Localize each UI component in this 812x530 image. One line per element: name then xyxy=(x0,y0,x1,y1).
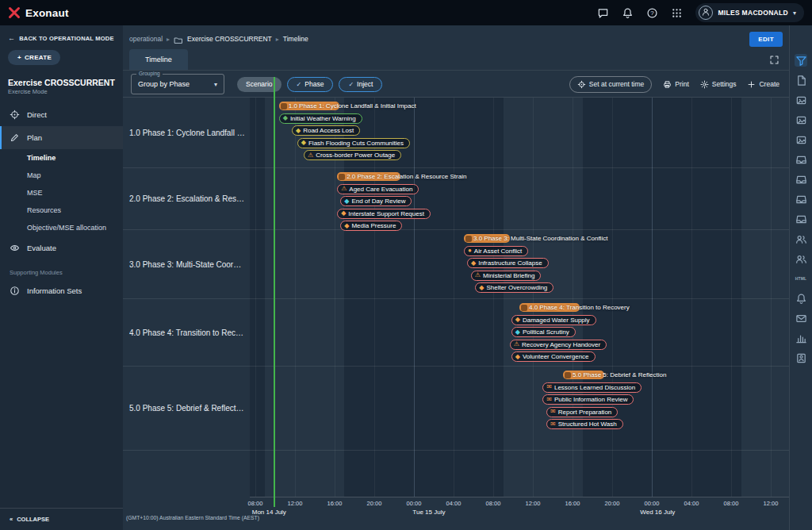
settings-button[interactable]: Settings xyxy=(700,80,737,89)
inject-label: Initial Weather Warning xyxy=(290,115,356,122)
tray-icon[interactable] xyxy=(795,173,807,186)
inject-chip[interactable]: ◆End of Day Review xyxy=(340,196,412,206)
row-label: 5.0 Phase 5: Debrief & Reflection xyxy=(123,367,250,450)
create-button[interactable]: + CREATE xyxy=(8,50,60,65)
inject-line: ⚠Ministerial Briefing xyxy=(250,270,789,282)
image-icon[interactable] xyxy=(795,113,807,126)
sidebar-item-label: Resources xyxy=(27,206,61,214)
inject-line: ◆Interstate Support Request xyxy=(250,208,789,221)
sidebar-item-resources[interactable]: Resources xyxy=(0,202,123,219)
edit-button[interactable]: EDIT xyxy=(749,32,783,47)
sidebar-item-plan[interactable]: Plan xyxy=(0,126,123,149)
button-label: Print xyxy=(675,80,688,88)
printer-icon xyxy=(663,80,672,89)
bell-icon[interactable] xyxy=(795,292,807,305)
mail-icon[interactable] xyxy=(795,312,807,325)
breadcrumb: operational ▸ Exercise CROSSCURRENT ▸ Ti… xyxy=(123,30,789,48)
inject-chip[interactable]: ◆Initial Weather Warning xyxy=(279,113,362,124)
inject-chip[interactable]: ⚠Cross-border Power Outage xyxy=(304,150,401,160)
phase-bar-label: 5.0 Phase 5: Debrief & Reflection xyxy=(573,371,666,378)
inject-label: Ministerial Briefing xyxy=(483,272,534,279)
inject-label: Political Scrutiny xyxy=(523,328,569,336)
right-rail: HTML xyxy=(789,25,812,530)
set-at-current-time-button[interactable]: Set at current time xyxy=(569,76,652,93)
inject-chip[interactable]: ✉Lessons Learned Discussion xyxy=(542,382,642,393)
timeline-row: 2.0 Phase 2: Escalation & Resource Strai… xyxy=(123,168,789,230)
inject-chip[interactable]: ◆Interstate Support Request xyxy=(337,209,431,219)
sidebar-item-evaluate[interactable]: Evaluate xyxy=(0,236,123,259)
main-content: operational ▸ Exercise CROSSCURRENT ▸ Ti… xyxy=(123,25,789,530)
sidebar-item-objective-mse-allocation[interactable]: Objective/MSE allocation xyxy=(0,219,123,236)
sidebar-item-mse[interactable]: MSE xyxy=(0,184,123,202)
inject-chip[interactable]: ⚠Aged Care Evacuation xyxy=(337,184,419,194)
breadcrumb-root[interactable]: operational xyxy=(129,35,163,43)
inject-chip[interactable]: ✉Report Preparation xyxy=(546,407,618,417)
chevron-down-icon: ▾ xyxy=(793,10,796,17)
inject-chip[interactable]: ◆Damaged Water Supply xyxy=(511,315,596,325)
chart-icon[interactable] xyxy=(795,332,807,344)
sidebar-item-map[interactable]: Map xyxy=(0,167,123,184)
tick-label: 08:00 xyxy=(486,500,501,507)
inject-label: Volunteer Convergence xyxy=(523,353,589,360)
user-menu[interactable]: MILES MACDONALD ▾ xyxy=(695,3,804,22)
tray-icon[interactable] xyxy=(795,153,807,166)
day-labels: Mon 14 JulyTue 15 JulyWed 16 July xyxy=(250,508,789,518)
sidebar-item-information-sets[interactable]: Information Sets xyxy=(0,279,123,302)
funnel-icon[interactable] xyxy=(795,54,807,67)
sidebar-item-direct[interactable]: Direct xyxy=(0,103,123,126)
inject-line: ◆Shelter Overcrowding xyxy=(250,282,789,294)
inject-chip[interactable]: ◆Volunteer Convergence xyxy=(511,351,596,362)
inject-chip[interactable]: ◆Shelter Overcrowding xyxy=(475,282,553,293)
inject-line: ⚠Aged Care Evacuation xyxy=(250,183,789,196)
create-button[interactable]: Create xyxy=(747,80,779,89)
help-icon[interactable]: ? xyxy=(646,7,658,19)
check-icon: ✓ xyxy=(348,81,354,88)
apps-icon[interactable] xyxy=(671,7,683,19)
tray-icon[interactable] xyxy=(795,213,807,225)
collapse-button[interactable]: « COLLAPSE xyxy=(0,508,123,530)
row-label: 4.0 Phase 4: Transition to Recovery xyxy=(123,299,250,366)
chip-phase[interactable]: ✓Phase xyxy=(287,77,334,92)
inject-chip[interactable]: ◆Road Access Lost xyxy=(292,125,360,136)
current-time-line xyxy=(274,77,275,507)
inject-chip[interactable]: ●Air Asset Conflict xyxy=(464,246,528,256)
html-icon[interactable]: HTML xyxy=(795,272,807,285)
inject-chip[interactable]: ⚠Ministerial Briefing xyxy=(471,271,542,281)
phase-icon xyxy=(339,174,345,180)
inject-label: Report Preparation xyxy=(558,409,612,416)
grouping-select[interactable]: Grouping Group by Phase ▾ xyxy=(131,74,224,94)
inject-chip[interactable]: ✉Public Information Review xyxy=(542,394,634,405)
image-icon[interactable] xyxy=(795,133,807,146)
chip-inject[interactable]: ✓Inject xyxy=(339,77,382,92)
inject-chip[interactable]: ◆Political Scrutiny xyxy=(511,327,576,337)
tray-icon[interactable] xyxy=(795,193,807,205)
phase-icon xyxy=(465,236,472,242)
chat-icon[interactable] xyxy=(597,7,609,19)
inject-chip[interactable]: ◆Infrastructure Collapse xyxy=(467,258,549,268)
sidebar-item-timeline[interactable]: Timeline xyxy=(0,149,123,167)
tab-timeline[interactable]: Timeline xyxy=(129,49,188,70)
back-to-operational-mode-link[interactable]: ← BACK TO OPERATIONAL MODE xyxy=(0,25,123,48)
breadcrumb-exercise[interactable]: Exercise CROSSCURRENT xyxy=(187,35,272,43)
toolbar-actions: Set at current timePrintSettingsCreate xyxy=(569,76,781,93)
phase-line: 2.0 Phase 2: Escalation & Resource Strai… xyxy=(250,171,789,183)
envelope-icon: ✉ xyxy=(546,384,552,390)
bell-icon[interactable] xyxy=(622,7,634,19)
inject-line: ⚠Cross-border Power Outage xyxy=(250,149,789,162)
back-arrow-icon: ← xyxy=(8,34,15,42)
inject-chip[interactable]: ◆Flash Flooding Cuts Communities xyxy=(297,138,410,148)
inject-chip[interactable]: ⚠Recovery Agency Handover xyxy=(510,340,607,350)
badge-icon[interactable] xyxy=(795,351,807,364)
diamond-icon: ◆ xyxy=(301,140,306,146)
print-button[interactable]: Print xyxy=(663,80,688,89)
image-icon[interactable] xyxy=(795,94,807,106)
inject-chip[interactable]: ✉Structured Hot Wash xyxy=(546,419,623,429)
day-label: Wed 16 July xyxy=(640,509,675,516)
timeline-row: 4.0 Phase 4: Transition to Recovery4.0 P… xyxy=(123,299,789,367)
check-icon: ✓ xyxy=(297,81,302,88)
phase-line: 1.0 Phase 1: Cyclone Landfall & Initial … xyxy=(250,100,789,113)
fullscreen-icon[interactable] xyxy=(769,54,779,64)
doc-icon[interactable] xyxy=(795,74,807,86)
users-icon[interactable] xyxy=(795,252,807,265)
users-icon[interactable] xyxy=(795,232,807,245)
